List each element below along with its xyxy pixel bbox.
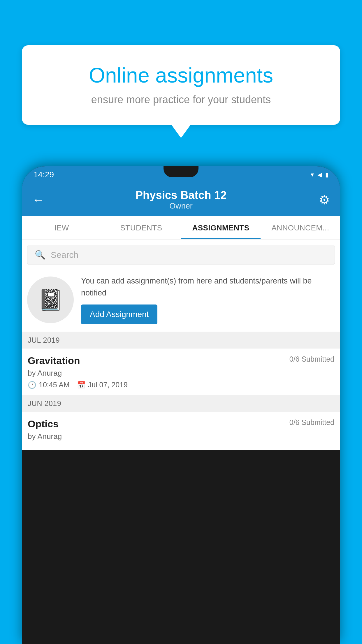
app-bar-center: Physics Batch 12 Owner: [50, 189, 312, 211]
add-assignment-button[interactable]: Add Assignment: [81, 304, 157, 324]
assignment-name-optics: Optics: [28, 418, 59, 430]
assignment-time-value: 10:45 AM: [39, 381, 70, 389]
assignment-item-optics[interactable]: Optics 0/6 Submitted by Anurag: [22, 412, 340, 450]
battery-icon: ▮: [325, 171, 328, 178]
app-bar-subtitle: Owner: [50, 202, 312, 211]
phone-notch: [164, 166, 198, 177]
phone-screen: IEW STUDENTS ASSIGNMENTS ANNOUNCEM... 🔍 …: [22, 216, 340, 450]
bubble-subtitle: ensure more practice for your students: [42, 94, 320, 106]
signal-icon: ◀: [317, 171, 322, 178]
search-icon: 🔍: [35, 250, 45, 260]
tab-iew[interactable]: IEW: [22, 216, 101, 239]
clock-icon: 🕐: [28, 381, 36, 389]
assignment-submitted-gravitation: 0/6 Submitted: [289, 355, 334, 363]
wifi-icon: ▾: [311, 171, 314, 178]
tab-students[interactable]: STUDENTS: [101, 216, 181, 239]
assignment-by-gravitation: by Anurag: [28, 369, 334, 378]
assignment-top: Gravitation 0/6 Submitted: [28, 355, 334, 366]
bubble-title: Online assignments: [42, 63, 320, 88]
promo-text: You can add assignment(s) from here and …: [81, 275, 334, 324]
promo-description: You can add assignment(s) from here and …: [81, 275, 334, 299]
assignment-meta-gravitation: 🕐 10:45 AM 📅 Jul 07, 2019: [28, 381, 334, 389]
section-header-jun2019: JUN 2019: [22, 395, 340, 412]
phone-frame: 14:29 ▾ ◀ ▮ ← Physics Batch 12 Owner ⚙ I…: [22, 166, 340, 644]
app-bar-title: Physics Batch 12: [50, 189, 312, 202]
status-bar: 14:29 ▾ ◀ ▮: [22, 166, 340, 183]
assignment-name-gravitation: Gravitation: [28, 355, 80, 366]
tab-announcements[interactable]: ANNOUNCEM...: [261, 216, 340, 239]
assignment-date-gravitation: 📅 Jul 07, 2019: [77, 381, 128, 389]
assignment-by-optics: by Anurag: [28, 432, 334, 441]
speech-bubble-container: Online assignments ensure more practice …: [22, 45, 340, 125]
search-bar[interactable]: 🔍 Search: [27, 245, 335, 265]
speech-bubble: Online assignments ensure more practice …: [22, 45, 340, 125]
promo-icon-circle: 📓: [27, 276, 74, 323]
promo-section: 📓 You can add assignment(s) from here an…: [22, 268, 340, 332]
assignment-submitted-optics: 0/6 Submitted: [289, 418, 334, 427]
tab-assignments[interactable]: ASSIGNMENTS: [181, 216, 261, 239]
tab-bar: IEW STUDENTS ASSIGNMENTS ANNOUNCEM...: [22, 216, 340, 239]
notebook-icon: 📓: [38, 288, 63, 312]
assignment-item-gravitation[interactable]: Gravitation 0/6 Submitted by Anurag 🕐 10…: [22, 349, 340, 395]
calendar-icon: 📅: [77, 381, 86, 389]
status-icons: ▾ ◀ ▮: [311, 171, 328, 178]
status-time: 14:29: [34, 170, 54, 179]
assignment-date-value: Jul 07, 2019: [88, 381, 128, 389]
search-placeholder: Search: [51, 250, 78, 260]
assignment-time-gravitation: 🕐 10:45 AM: [28, 381, 70, 389]
app-bar: ← Physics Batch 12 Owner ⚙: [22, 183, 340, 216]
back-button[interactable]: ←: [32, 193, 50, 207]
settings-icon[interactable]: ⚙: [312, 193, 330, 207]
section-header-jul2019: JUL 2019: [22, 332, 340, 349]
assignment-top-optics: Optics 0/6 Submitted: [28, 418, 334, 430]
